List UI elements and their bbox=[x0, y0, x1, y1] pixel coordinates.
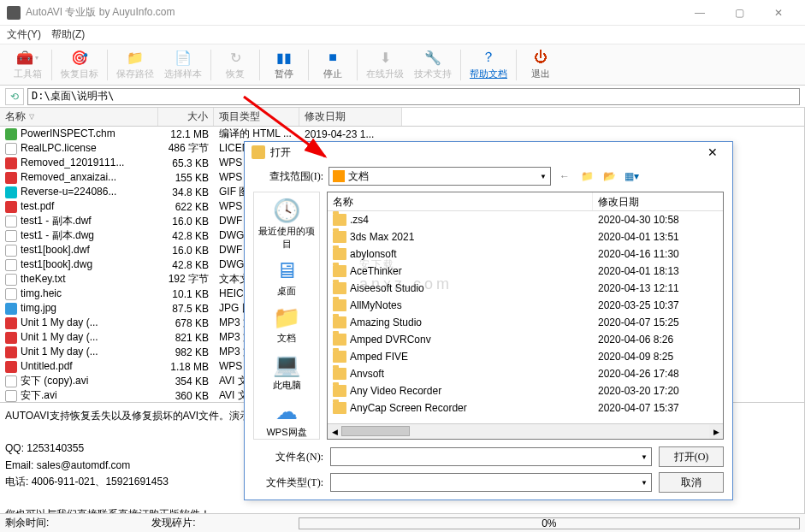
path-input[interactable] bbox=[27, 88, 800, 105]
progress-bar: 0% bbox=[299, 517, 800, 529]
help-doc-button[interactable]: ？帮助文档 bbox=[465, 46, 512, 84]
list-item[interactable]: Amped FIVE2020-04-09 8:25 bbox=[328, 348, 723, 365]
open-dialog: 打开 ✕ 查找范围(I): 文档 ▼ ← 📁 📂 ▦▾ 🕓最近使用的项目 🖥桌面… bbox=[244, 141, 733, 500]
list-item[interactable]: AllMyNotes2020-03-25 10:37 bbox=[328, 297, 723, 314]
list-item[interactable]: Amped DVRConv2020-04-06 8:26 bbox=[328, 331, 723, 348]
info-purchase: 您也可以与我们直接联系直接订购正版软件！ bbox=[5, 506, 799, 513]
list-item[interactable]: abylonsoft2020-04-16 11:30 bbox=[328, 245, 723, 263]
filename-combo[interactable]: ▼ bbox=[330, 447, 652, 466]
folder-icon bbox=[333, 170, 345, 182]
list-item[interactable]: AnyCap Screen Recorder2020-04-07 15:37 bbox=[328, 399, 723, 417]
place-documents[interactable]: 📁文档 bbox=[254, 304, 319, 345]
folder-icon bbox=[333, 334, 346, 346]
restore-target-button[interactable]: 🎯恢复目标 bbox=[56, 46, 104, 84]
folder-icon bbox=[333, 385, 346, 397]
list-item[interactable]: .zs42020-04-30 10:58 bbox=[328, 211, 723, 228]
place-desktop[interactable]: 🖥桌面 bbox=[254, 257, 319, 298]
column-size[interactable]: 大小 bbox=[158, 108, 214, 126]
folder-icon bbox=[333, 402, 346, 414]
list-item[interactable]: 3ds Max 20212020-04-01 13:51 bbox=[328, 228, 723, 245]
tech-support-button[interactable]: 🔧技术支持 bbox=[409, 46, 457, 84]
open-button[interactable]: 打开(O) bbox=[659, 446, 724, 467]
list-item[interactable]: Aiseesoft Studio2020-04-13 12:11 bbox=[328, 280, 723, 297]
dialog-close-button[interactable]: ✕ bbox=[700, 142, 725, 163]
folder-icon bbox=[333, 282, 346, 294]
select-sample-button[interactable]: 📄选择样本 bbox=[159, 46, 207, 84]
folder-icon bbox=[333, 265, 346, 277]
menu-help[interactable]: 帮助(Z) bbox=[51, 27, 85, 42]
minimize-button[interactable]: — bbox=[680, 0, 719, 26]
lookin-combo[interactable]: 文档 ▼ bbox=[329, 167, 551, 186]
window-title: AutoAVI 专业版 by AuyuInfo.com bbox=[26, 5, 680, 20]
folder-icon bbox=[333, 299, 346, 311]
status-remaining: 剩余时间: bbox=[5, 516, 49, 530]
list-item[interactable]: Anvsoft2020-04-26 17:48 bbox=[328, 365, 723, 382]
nav-new-icon[interactable]: 📂 bbox=[601, 168, 618, 184]
menu-file[interactable]: 文件(Y) bbox=[7, 27, 41, 42]
column-name[interactable]: 名称 bbox=[0, 108, 158, 126]
dialog-col-date[interactable]: 修改日期 bbox=[593, 192, 723, 210]
dialog-title: 打开 bbox=[270, 145, 700, 160]
nav-up-icon[interactable]: 📁 bbox=[578, 168, 595, 184]
filetype-label: 文件类型(T): bbox=[253, 476, 323, 490]
folder-icon bbox=[333, 316, 346, 328]
column-date[interactable]: 修改日期 bbox=[299, 108, 402, 126]
cancel-button[interactable]: 取消 bbox=[659, 472, 724, 493]
place-wps[interactable]: ☁WPS网盘 bbox=[254, 399, 319, 439]
folder-icon bbox=[333, 231, 346, 243]
place-computer[interactable]: 💻此电脑 bbox=[254, 352, 319, 392]
pause-button[interactable]: ▮▮暂停 bbox=[263, 46, 305, 84]
filetype-combo[interactable]: ▼ bbox=[330, 473, 652, 492]
list-item[interactable]: AceThinker2020-04-01 18:13 bbox=[328, 263, 723, 280]
close-button[interactable]: ✕ bbox=[759, 0, 798, 26]
toolbox-button[interactable]: 🧰▾工具箱 bbox=[7, 46, 48, 84]
dialog-icon bbox=[252, 145, 265, 159]
app-icon bbox=[7, 6, 21, 20]
folder-icon bbox=[333, 351, 346, 363]
place-recent[interactable]: 🕓最近使用的项目 bbox=[254, 198, 319, 251]
dialog-col-name[interactable]: 名称 bbox=[328, 192, 593, 210]
list-item[interactable]: Amazing Studio2020-04-07 15:25 bbox=[328, 314, 723, 331]
path-back-button[interactable]: ⟲ bbox=[5, 88, 24, 105]
list-item[interactable]: Any Video Recorder2020-03-20 17:20 bbox=[328, 382, 723, 399]
nav-back-icon[interactable]: ← bbox=[556, 168, 573, 184]
lookin-label: 查找范围(I): bbox=[253, 169, 323, 184]
save-path-button[interactable]: 📁保存路径 bbox=[111, 46, 159, 84]
stop-button[interactable]: ■停止 bbox=[312, 46, 353, 84]
folder-icon bbox=[333, 248, 346, 260]
table-row[interactable]: PowerINSPECT.chm12.1 MB编译的 HTML ...2019-… bbox=[0, 127, 804, 141]
exit-button[interactable]: ⏻退出 bbox=[520, 46, 561, 84]
dialog-scrollbar[interactable]: ◀▶ bbox=[328, 423, 723, 439]
folder-icon bbox=[333, 368, 346, 380]
status-fragments: 发现碎片: bbox=[151, 516, 195, 530]
folder-icon bbox=[333, 214, 346, 226]
column-type[interactable]: 项目类型 bbox=[214, 108, 299, 126]
nav-view-icon[interactable]: ▦▾ bbox=[623, 168, 640, 184]
filename-label: 文件名(N): bbox=[253, 450, 323, 464]
maximize-button[interactable]: ▢ bbox=[719, 0, 759, 26]
online-upgrade-button[interactable]: ⬇在线升级 bbox=[361, 46, 409, 84]
restore-button[interactable]: ↻恢复 bbox=[215, 46, 256, 84]
